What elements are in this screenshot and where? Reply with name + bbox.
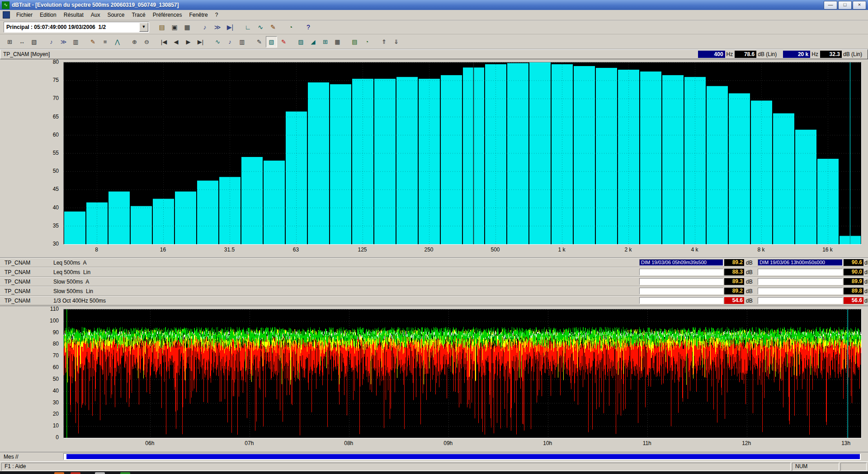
cursor2-frequency: 20 k	[783, 51, 810, 58]
zoom-out-icon[interactable]: ⊖	[141, 36, 152, 47]
table-row[interactable]: TP_CNAM1/3 Oct 400Hz 500ms54.6dB56.6dB	[0, 296, 868, 305]
menu-bar: FichierEditionRésultatAuxSourceTracéPréf…	[0, 10, 868, 20]
pencil-icon[interactable]: ✎	[267, 21, 279, 33]
next-icon[interactable]: ▶	[183, 36, 194, 47]
taskbar-icon-1[interactable]	[54, 472, 64, 474]
table-row[interactable]: TP_CNAMSlow 500ms A89.3dB89.9dB	[0, 277, 868, 286]
signal-icon[interactable]: ∿	[212, 36, 223, 47]
spectrum-view-icon[interactable]: ▧	[266, 36, 277, 47]
maximize-button[interactable]: □	[838, 1, 852, 9]
clock-icon[interactable]: ◔	[285, 21, 297, 33]
time-ytick-80: 80	[0, 341, 59, 347]
status-help-text: F1 : Aide	[1, 463, 791, 471]
table-icon[interactable]: ▦	[332, 36, 343, 47]
spectrum-chart[interactable]	[63, 62, 862, 245]
menu-aux[interactable]: Aux	[87, 10, 104, 19]
red-pencil-icon[interactable]: ✎	[278, 36, 289, 47]
levels-icon[interactable]: ▥	[70, 36, 81, 47]
time-history-chart[interactable]	[63, 309, 862, 438]
menu-trac[interactable]: Tracé	[128, 10, 149, 19]
first-icon[interactable]: |◀	[158, 36, 170, 47]
row-source: TP_CNAM	[5, 269, 30, 275]
menu-fichier[interactable]: Fichier	[13, 10, 36, 19]
prev-icon[interactable]: ◀	[170, 36, 182, 47]
menu-edition[interactable]: Edition	[36, 10, 60, 19]
sound-icon[interactable]: ♪	[199, 21, 211, 33]
spectrum-xtick-16: 16	[160, 246, 166, 253]
move-icon[interactable]: ↔	[16, 36, 28, 47]
pencil-icon[interactable]: ✎	[87, 36, 99, 47]
minimize-button[interactable]: —	[824, 1, 837, 9]
title-bar[interactable]: ∿ dBTrait - [Evolution du spectre 500ms …	[0, 0, 868, 10]
last-icon[interactable]: ▶|	[195, 36, 206, 47]
row-time2-field[interactable]: DIM 19/03/06 13h00m50s000	[758, 259, 843, 266]
multigraph-icon[interactable]: ⊞	[320, 36, 331, 47]
spectrogram-icon[interactable]: ▨	[295, 36, 307, 47]
view-selector-combo[interactable]: Principal : 05:07:49:000 19/03/2006 1/2 …	[4, 22, 149, 33]
combo-dropdown-icon[interactable]: ▼	[139, 23, 148, 32]
window-title: dBTrait - [Evolution du spectre 500ms 20…	[12, 2, 179, 8]
area-chart-icon[interactable]: ◢	[307, 36, 319, 47]
spectrum-ytick-60: 60	[0, 132, 59, 138]
peaks-icon[interactable]: ⋀	[112, 36, 123, 47]
taskbar-icon-4[interactable]	[120, 472, 130, 474]
taskbar-icon-2[interactable]	[71, 472, 80, 474]
row-time1-field[interactable]	[639, 269, 723, 275]
row-time2-field[interactable]	[758, 288, 843, 294]
audio-icon[interactable]: ♪	[224, 36, 236, 47]
menu-prfrences[interactable]: Préférences	[149, 10, 186, 19]
measurement-timeline-label: Mes //	[4, 454, 19, 460]
cursor1-frequency: 400	[698, 51, 725, 58]
fast-forward-icon[interactable]: ≫	[212, 21, 223, 33]
export-down-icon[interactable]: ⇓	[391, 36, 402, 47]
menu-fentre[interactable]: Fenêtre	[185, 10, 211, 19]
export-icon[interactable]: ▧	[28, 36, 40, 47]
time-x-axis: 06h07h08h09h10h11h12h13h	[0, 439, 868, 448]
print-icon[interactable]: ▦	[181, 21, 193, 33]
windows-taskbar[interactable]	[0, 471, 868, 474]
row-time1-field[interactable]	[639, 278, 723, 285]
row-time1-field[interactable]	[639, 288, 723, 294]
row-time2-field[interactable]	[758, 278, 843, 285]
menu-?[interactable]: ?	[212, 10, 222, 19]
measurement-timeline-track[interactable]	[63, 453, 861, 460]
row-unit2: dB	[864, 279, 868, 285]
annotate-icon[interactable]: ✎	[254, 36, 265, 47]
spectrum-header: TP_CNAM [Moyen] 400 Hz 78.6 dB (Lin) 20 …	[0, 49, 868, 59]
zoom-in-icon[interactable]: ⊕	[129, 36, 140, 47]
table-row[interactable]: TP_CNAMLeq 500ms ADIM 19/03/06 05h09m39s…	[0, 258, 868, 267]
export-up-icon[interactable]: ⇑	[378, 36, 390, 47]
calendar-icon[interactable]: ▤	[349, 36, 360, 47]
row-time1-field[interactable]	[639, 297, 723, 304]
row-time2-field[interactable]	[758, 297, 843, 304]
status-extra-panel	[840, 463, 867, 471]
row-value2: 90.6	[844, 259, 863, 266]
close-button[interactable]: ×	[853, 1, 866, 9]
histogram-icon[interactable]: ▥	[236, 36, 248, 47]
time-xtick-13h: 13h	[841, 440, 850, 446]
chart-wave-icon[interactable]: ∿	[255, 21, 266, 33]
table-row[interactable]: TP_CNAMSlow 500ms Lin89.2dB89.8dB	[0, 286, 868, 296]
help-icon[interactable]: ?	[302, 21, 314, 33]
row-unit2: dB	[864, 269, 868, 275]
chart-axes-icon[interactable]: ∟	[242, 21, 254, 33]
measurement-timeline-bar[interactable]	[66, 454, 860, 459]
menu-source[interactable]: Source	[104, 10, 128, 19]
mixer-icon[interactable]: ≡	[99, 36, 111, 47]
menu-rsultat[interactable]: Résultat	[60, 10, 87, 19]
row-time2-field[interactable]	[758, 269, 843, 275]
sound-icon[interactable]: ♪	[46, 36, 57, 47]
grid-icon[interactable]: ⊞	[4, 36, 15, 47]
spectrum-ytick-40: 40	[0, 204, 59, 211]
forward-icon[interactable]: ≫	[58, 36, 69, 47]
open-icon[interactable]: ▤	[156, 21, 168, 33]
table-row[interactable]: TP_CNAMLeq 500ms Lin88.3dB90.0dB	[0, 267, 868, 277]
copy-icon[interactable]: ▣	[169, 21, 180, 33]
results-table: TP_CNAMLeq 500ms ADIM 19/03/06 05h09m39s…	[0, 257, 868, 306]
clock-icon[interactable]: ◔	[361, 36, 373, 47]
spectrum-ytick-45: 45	[0, 186, 59, 192]
go-end-icon[interactable]: ▶|	[224, 21, 236, 33]
row-time1-field[interactable]: DIM 19/03/06 05h09m39s500	[639, 259, 723, 266]
spectrum-xtick-1k: 1 k	[558, 246, 565, 253]
taskbar-icon-3[interactable]	[95, 472, 105, 474]
